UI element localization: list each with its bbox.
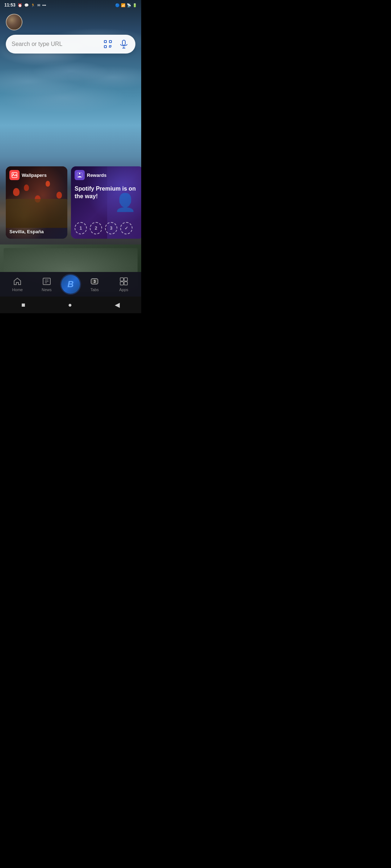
- battery-icon: 🔋: [133, 3, 137, 7]
- step-3: 3: [105, 222, 117, 234]
- apps-label: Apps: [119, 288, 128, 292]
- home-button[interactable]: ●: [68, 301, 72, 309]
- step-4: ✓: [120, 222, 133, 234]
- svg-point-12: [79, 173, 80, 174]
- step-1: 1: [75, 222, 87, 234]
- search-bar[interactable]: Search or type URL: [6, 35, 135, 54]
- bottom-nav: Home News B 3 Tabs: [0, 272, 141, 297]
- cards-row: Wallpapers Sevilla, España 👤 Rewards Spo…: [0, 166, 141, 239]
- mail-icon: ✉: [37, 3, 40, 7]
- svg-rect-24: [124, 282, 127, 285]
- nav-apps[interactable]: Apps: [109, 277, 139, 292]
- signal-icon: 📶: [121, 3, 125, 7]
- rewards-header: Rewards: [75, 170, 106, 180]
- wallpapers-card[interactable]: Wallpapers Sevilla, España: [6, 166, 67, 239]
- whatsapp-icon: 💬: [24, 3, 29, 7]
- svg-rect-21: [120, 278, 123, 281]
- avatar-image: [7, 14, 22, 30]
- back-button[interactable]: ◀: [115, 301, 120, 309]
- nav-home[interactable]: Home: [3, 277, 32, 292]
- svg-rect-22: [124, 278, 127, 281]
- system-nav: ■ ● ◀: [0, 297, 141, 313]
- rewards-subtitle: Spotify Premium is on the way!: [75, 185, 141, 200]
- svg-rect-2: [104, 46, 106, 48]
- apps-icon: [119, 277, 129, 286]
- search-placeholder: Search or type URL: [12, 41, 102, 47]
- status-left: 11:53 ⏰ 💬 🏃 ✉ •••: [4, 3, 46, 8]
- status-time: 11:53: [4, 3, 16, 8]
- scan-button[interactable]: [102, 38, 114, 50]
- square-button[interactable]: ■: [21, 301, 25, 309]
- wallpapers-label: Sevilla, España: [9, 229, 44, 234]
- rewards-title: Rewards: [87, 173, 106, 178]
- tabs-icon: 3: [90, 277, 99, 286]
- svg-rect-23: [120, 282, 123, 285]
- nav-tabs[interactable]: 3 Tabs: [80, 277, 109, 292]
- wifi-icon: 📡: [127, 3, 131, 7]
- status-bar: 11:53 ⏰ 💬 🏃 ✉ ••• 🔵 📶 📡 🔋: [0, 0, 141, 10]
- avatar[interactable]: [6, 14, 22, 30]
- home-label: Home: [12, 288, 23, 292]
- svg-rect-1: [109, 41, 112, 43]
- rewards-icon: [75, 170, 85, 180]
- bing-icon: B: [67, 279, 73, 289]
- svg-rect-7: [122, 40, 125, 45]
- more-icon: •••: [42, 3, 46, 7]
- rewards-card[interactable]: 👤 Rewards Spotify Premium is on the way!…: [71, 166, 141, 239]
- step-2: 2: [90, 222, 102, 234]
- wallpapers-header: Wallpapers: [9, 170, 47, 180]
- nav-news[interactable]: News: [32, 277, 62, 292]
- search-actions: [102, 38, 130, 50]
- tabs-label: Tabs: [91, 288, 99, 292]
- tab-count-badge: 3: [91, 278, 98, 284]
- svg-rect-0: [104, 41, 106, 43]
- mic-button[interactable]: [118, 38, 130, 50]
- rewards-steps: 1 2 3 ✓: [75, 222, 133, 234]
- alarm-icon: ⏰: [18, 3, 22, 7]
- activity-icon: 🏃: [31, 3, 35, 7]
- news-icon: [42, 277, 51, 286]
- home-icon: [13, 277, 22, 286]
- wallpapers-title: Wallpapers: [22, 173, 47, 178]
- status-right: 🔵 📶 📡 🔋: [115, 3, 137, 7]
- nav-bing[interactable]: B: [61, 275, 80, 294]
- wallpapers-icon: [9, 170, 20, 180]
- bing-button[interactable]: B: [61, 275, 80, 294]
- news-label: News: [42, 288, 52, 292]
- svg-point-11: [13, 174, 14, 175]
- bluetooth-icon: 🔵: [115, 3, 119, 7]
